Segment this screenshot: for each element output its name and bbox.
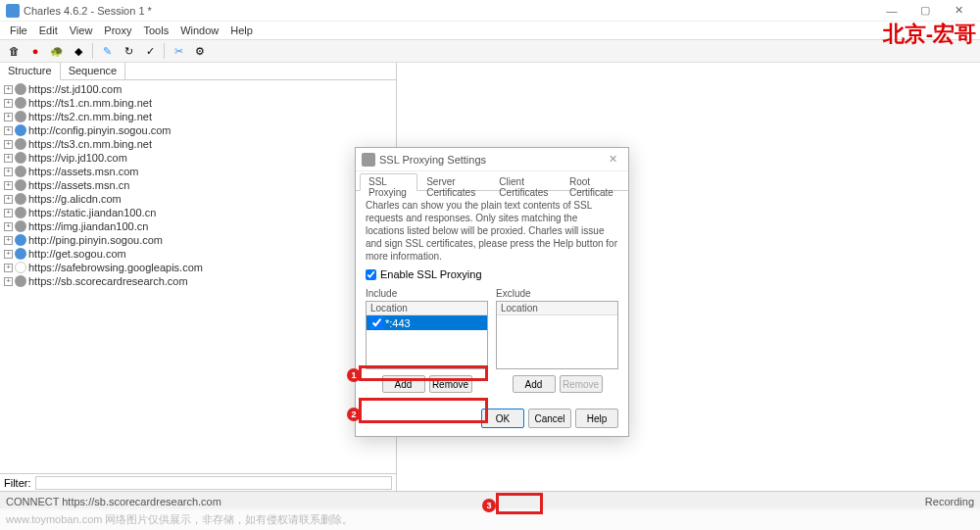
expand-icon[interactable]: + (4, 113, 13, 121)
dtab-client-cert[interactable]: Client Certificates (490, 173, 561, 190)
dtab-root-cert[interactable]: Root Certificate (561, 173, 624, 190)
menu-proxy[interactable]: Proxy (98, 23, 137, 38)
include-item-0[interactable]: *:443 (367, 315, 487, 330)
expand-icon[interactable]: + (4, 168, 13, 176)
expand-icon[interactable]: + (4, 209, 13, 217)
tree-item-label: https://sb.scorecardresearch.com (28, 275, 188, 287)
cancel-button[interactable]: Cancel (528, 409, 571, 428)
include-add-button[interactable]: Add (382, 375, 425, 393)
lock-icon (15, 166, 26, 177)
lock-icon (15, 111, 26, 122)
tree-item-label: https://ts2.cn.mm.bing.net (28, 111, 152, 122)
expand-icon[interactable]: + (4, 277, 13, 286)
settings-icon[interactable]: ⚙ (190, 41, 210, 61)
tree-item[interactable]: +http://config.pinyin.sogou.com (4, 123, 392, 137)
tree-item-label: https://safebrowsing.googleapis.com (28, 262, 203, 273)
tree-item[interactable]: +https://st.jd100.com (4, 82, 392, 96)
tree-item-label: https://ts1.cn.mm.bing.net (28, 97, 152, 109)
filter-label: Filter: (4, 477, 31, 489)
enable-ssl-checkbox[interactable] (366, 269, 376, 280)
expand-icon[interactable]: + (4, 181, 13, 190)
expand-icon[interactable]: + (4, 264, 13, 272)
globe-icon (15, 234, 26, 246)
tree-item[interactable]: +https://assets.msn.com (4, 165, 392, 178)
close-button[interactable]: ✕ (943, 1, 974, 21)
menu-help[interactable]: Help (224, 23, 259, 38)
menu-tools[interactable]: Tools (137, 23, 174, 38)
record-icon[interactable]: ● (25, 41, 45, 61)
maximize-button[interactable]: ▢ (909, 1, 941, 21)
expand-icon[interactable]: + (4, 154, 13, 163)
tab-sequence[interactable]: Sequence (61, 63, 126, 79)
menu-window[interactable]: Window (174, 23, 224, 38)
dialog-close-button[interactable]: ✕ (603, 153, 622, 166)
expand-icon[interactable]: + (4, 195, 13, 204)
throttle-icon[interactable]: 🐢 (47, 41, 67, 61)
window-title: Charles 4.6.2 - Session 1 * (24, 5, 876, 17)
globe-icon (15, 248, 26, 260)
exclude-remove-button[interactable]: Remove (560, 375, 603, 393)
include-item-label: *:443 (385, 317, 411, 329)
expand-icon[interactable]: + (4, 140, 13, 149)
lock-icon (15, 275, 26, 287)
expand-icon[interactable]: + (4, 236, 13, 245)
menu-file[interactable]: File (4, 23, 33, 38)
menu-view[interactable]: View (64, 23, 99, 38)
lock-icon (15, 207, 26, 218)
dtab-ssl-proxying[interactable]: SSL Proxying (360, 173, 417, 191)
host-tree[interactable]: +https://st.jd100.com+https://ts1.cn.mm.… (0, 80, 396, 473)
enable-ssl-label: Enable SSL Proxying (380, 268, 482, 280)
lock-icon (15, 152, 26, 164)
menu-edit[interactable]: Edit (33, 23, 64, 38)
lock-icon (15, 179, 26, 191)
breakpoints-icon[interactable]: ◆ (69, 41, 88, 61)
toolbar: 🗑 ● 🐢 ◆ ✎ ↻ ✓ ✂ ⚙ (0, 39, 980, 63)
tree-item[interactable]: +https://g.alicdn.com (4, 192, 392, 206)
menubar: File Edit View Proxy Tools Window Help (0, 22, 980, 39)
include-remove-button[interactable]: Remove (429, 375, 472, 393)
edit-icon[interactable]: ✎ (97, 41, 117, 61)
exclude-add-button[interactable]: Add (513, 375, 556, 393)
dialog-help-text: Charles can show you the plain text cont… (366, 199, 618, 263)
tree-item-label: https://assets.msn.cn (28, 179, 129, 191)
tree-item-label: https://assets.msn.com (28, 166, 138, 177)
ok-button[interactable]: OK (481, 409, 524, 428)
include-list[interactable]: Location *:443 (366, 301, 488, 369)
status-recording: Recording (925, 496, 974, 507)
exclude-list[interactable]: Location (496, 301, 618, 369)
tree-item-label: http://ping.pinyin.sogou.com (28, 234, 163, 246)
include-item-checkbox[interactable] (370, 316, 383, 329)
annotation-badge-1: 1 (347, 368, 361, 382)
expand-icon[interactable]: + (4, 99, 13, 108)
tree-item[interactable]: +https://ts1.cn.mm.bing.net (4, 96, 392, 110)
tree-item[interactable]: +https://vip.jd100.com (4, 151, 392, 165)
tree-item[interactable]: +https://assets.msn.cn (4, 178, 392, 192)
expand-icon[interactable]: + (4, 85, 13, 94)
tree-item-label: https://st.jd100.com (28, 83, 122, 95)
validate-icon[interactable]: ✓ (140, 41, 160, 61)
expand-icon[interactable]: + (4, 222, 13, 231)
watermark: 北京-宏哥 (883, 20, 976, 49)
tree-item[interactable]: +https://ts2.cn.mm.bing.net (4, 110, 392, 123)
help-button[interactable]: Help (575, 409, 618, 428)
expand-icon[interactable]: + (4, 126, 13, 135)
tree-item[interactable]: +https://sb.scorecardresearch.com (4, 274, 392, 288)
tree-item[interactable]: +https://ts3.cn.mm.bing.net (4, 137, 392, 151)
tree-item-label: https://static.jiandan100.cn (28, 207, 156, 218)
tree-item[interactable]: +http://ping.pinyin.sogou.com (4, 233, 392, 247)
tools-icon[interactable]: ✂ (169, 41, 188, 61)
dtab-server-cert[interactable]: Server Certificates (417, 173, 490, 190)
tab-structure[interactable]: Structure (0, 63, 61, 80)
lock-icon (15, 220, 26, 232)
tree-item[interactable]: +https://static.jiandan100.cn (4, 206, 392, 219)
expand-icon[interactable]: + (4, 250, 13, 259)
tree-item-label: http://get.sogou.com (28, 248, 126, 260)
repeat-icon[interactable]: ↻ (119, 41, 138, 61)
filter-input[interactable] (35, 476, 393, 490)
minimize-button[interactable]: — (876, 1, 907, 21)
new-session-icon[interactable]: 🗑 (4, 41, 24, 61)
tree-item[interactable]: +https://img.jiandan100.cn (4, 219, 392, 233)
tree-item[interactable]: +http://get.sogou.com (4, 247, 392, 261)
tree-item[interactable]: +https://safebrowsing.googleapis.com (4, 261, 392, 274)
lock-icon (15, 193, 26, 205)
